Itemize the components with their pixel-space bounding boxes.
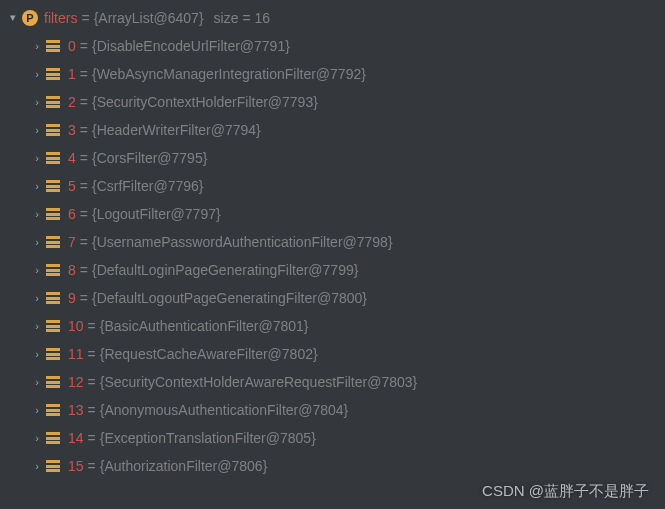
item-index: 3 bbox=[68, 122, 76, 138]
item-index: 6 bbox=[68, 206, 76, 222]
item-index: 13 bbox=[68, 402, 84, 418]
tree-item[interactable]: ›7={UsernamePasswordAuthenticationFilter… bbox=[6, 228, 665, 256]
chevron-right-icon[interactable]: › bbox=[30, 40, 44, 52]
array-element-icon bbox=[46, 320, 60, 332]
equals-sign: = bbox=[80, 38, 88, 54]
array-element-icon bbox=[46, 96, 60, 108]
item-value: {RequestCacheAwareFilter@7802} bbox=[100, 346, 318, 362]
equals-sign: = bbox=[80, 178, 88, 194]
chevron-right-icon[interactable]: › bbox=[30, 404, 44, 416]
tree-item[interactable]: ›3={HeaderWriterFilter@7794} bbox=[6, 116, 665, 144]
equals-sign: = bbox=[80, 234, 88, 250]
item-index: 8 bbox=[68, 262, 76, 278]
item-index: 4 bbox=[68, 150, 76, 166]
item-value: {DisableEncodeUrlFilter@7791} bbox=[92, 38, 290, 54]
item-value: {LogoutFilter@7797} bbox=[92, 206, 221, 222]
equals-sign: = bbox=[88, 346, 96, 362]
equals-sign: = bbox=[88, 430, 96, 446]
array-element-icon bbox=[46, 152, 60, 164]
chevron-right-icon[interactable]: › bbox=[30, 236, 44, 248]
item-value: {UsernamePasswordAuthenticationFilter@77… bbox=[92, 234, 393, 250]
item-index: 0 bbox=[68, 38, 76, 54]
array-element-icon bbox=[46, 432, 60, 444]
array-element-icon bbox=[46, 404, 60, 416]
tree-item[interactable]: ›6={LogoutFilter@7797} bbox=[6, 200, 665, 228]
chevron-right-icon[interactable]: › bbox=[30, 320, 44, 332]
item-value: {SecurityContextHolderAwareRequestFilter… bbox=[100, 374, 417, 390]
item-value: {ExceptionTranslationFilter@7805} bbox=[100, 430, 316, 446]
tree-item[interactable]: ›12={SecurityContextHolderAwareRequestFi… bbox=[6, 368, 665, 396]
item-value: {AnonymousAuthenticationFilter@7804} bbox=[100, 402, 348, 418]
item-value: {HeaderWriterFilter@7794} bbox=[92, 122, 261, 138]
item-value: {SecurityContextHolderFilter@7793} bbox=[92, 94, 318, 110]
tree-item[interactable]: ›15={AuthorizationFilter@7806} bbox=[6, 452, 665, 480]
tree-item[interactable]: ›1={WebAsyncManagerIntegrationFilter@779… bbox=[6, 60, 665, 88]
chevron-right-icon[interactable]: › bbox=[30, 292, 44, 304]
array-element-icon bbox=[46, 180, 60, 192]
item-index: 7 bbox=[68, 234, 76, 250]
array-element-icon bbox=[46, 68, 60, 80]
array-element-icon bbox=[46, 208, 60, 220]
chevron-right-icon[interactable]: › bbox=[30, 460, 44, 472]
variable-name: filters bbox=[44, 10, 77, 26]
item-value: {WebAsyncManagerIntegrationFilter@7792} bbox=[92, 66, 366, 82]
array-element-icon bbox=[46, 376, 60, 388]
equals-sign: = bbox=[88, 402, 96, 418]
array-element-icon bbox=[46, 40, 60, 52]
variable-tree: ▾ P filters = {ArrayList@6407} size = 16… bbox=[0, 0, 665, 480]
equals-sign: = bbox=[80, 122, 88, 138]
tree-item[interactable]: ›9={DefaultLogoutPageGeneratingFilter@78… bbox=[6, 284, 665, 312]
array-element-icon bbox=[46, 236, 60, 248]
chevron-right-icon[interactable]: › bbox=[30, 180, 44, 192]
item-index: 10 bbox=[68, 318, 84, 334]
equals-sign: = bbox=[80, 262, 88, 278]
item-index: 9 bbox=[68, 290, 76, 306]
chevron-right-icon[interactable]: › bbox=[30, 376, 44, 388]
equals-sign: = bbox=[80, 206, 88, 222]
tree-item[interactable]: ›5={CsrfFilter@7796} bbox=[6, 172, 665, 200]
property-badge-icon: P bbox=[22, 10, 38, 26]
equals-sign: = bbox=[88, 374, 96, 390]
chevron-right-icon[interactable]: › bbox=[30, 208, 44, 220]
tree-item[interactable]: ›14={ExceptionTranslationFilter@7805} bbox=[6, 424, 665, 452]
item-index: 11 bbox=[68, 346, 84, 362]
tree-item[interactable]: ›2={SecurityContextHolderFilter@7793} bbox=[6, 88, 665, 116]
tree-item[interactable]: ›8={DefaultLoginPageGeneratingFilter@779… bbox=[6, 256, 665, 284]
item-value: {CsrfFilter@7796} bbox=[92, 178, 203, 194]
tree-item[interactable]: ›10={BasicAuthenticationFilter@7801} bbox=[6, 312, 665, 340]
item-index: 2 bbox=[68, 94, 76, 110]
variable-value: {ArrayList@6407} bbox=[94, 10, 204, 26]
chevron-right-icon[interactable]: › bbox=[30, 124, 44, 136]
array-element-icon bbox=[46, 264, 60, 276]
item-value: {DefaultLoginPageGeneratingFilter@7799} bbox=[92, 262, 358, 278]
equals-sign: = bbox=[88, 318, 96, 334]
tree-item[interactable]: ›0={DisableEncodeUrlFilter@7791} bbox=[6, 32, 665, 60]
item-index: 12 bbox=[68, 374, 84, 390]
tree-item[interactable]: ›4={CorsFilter@7795} bbox=[6, 144, 665, 172]
item-value: {CorsFilter@7795} bbox=[92, 150, 207, 166]
item-index: 14 bbox=[68, 430, 84, 446]
chevron-right-icon[interactable]: › bbox=[30, 348, 44, 360]
chevron-right-icon[interactable]: › bbox=[30, 264, 44, 276]
equals-sign: = bbox=[80, 290, 88, 306]
chevron-down-icon[interactable]: ▾ bbox=[6, 11, 20, 24]
watermark: CSDN @蓝胖子不是胖子 bbox=[482, 482, 649, 501]
item-index: 1 bbox=[68, 66, 76, 82]
equals-sign: = bbox=[88, 458, 96, 474]
chevron-right-icon[interactable]: › bbox=[30, 432, 44, 444]
equals-sign: = bbox=[80, 94, 88, 110]
chevron-right-icon[interactable]: › bbox=[30, 68, 44, 80]
tree-root-row[interactable]: ▾ P filters = {ArrayList@6407} size = 16 bbox=[6, 4, 665, 32]
equals-sign: = bbox=[80, 66, 88, 82]
item-value: {AuthorizationFilter@7806} bbox=[100, 458, 268, 474]
tree-item[interactable]: ›11={RequestCacheAwareFilter@7802} bbox=[6, 340, 665, 368]
chevron-right-icon[interactable]: › bbox=[30, 96, 44, 108]
item-value: {BasicAuthenticationFilter@7801} bbox=[100, 318, 309, 334]
item-value: {DefaultLogoutPageGeneratingFilter@7800} bbox=[92, 290, 367, 306]
chevron-right-icon[interactable]: › bbox=[30, 152, 44, 164]
equals-sign: = bbox=[80, 150, 88, 166]
array-element-icon bbox=[46, 124, 60, 136]
tree-item[interactable]: ›13={AnonymousAuthenticationFilter@7804} bbox=[6, 396, 665, 424]
array-element-icon bbox=[46, 348, 60, 360]
size-label: size = 16 bbox=[214, 10, 270, 26]
